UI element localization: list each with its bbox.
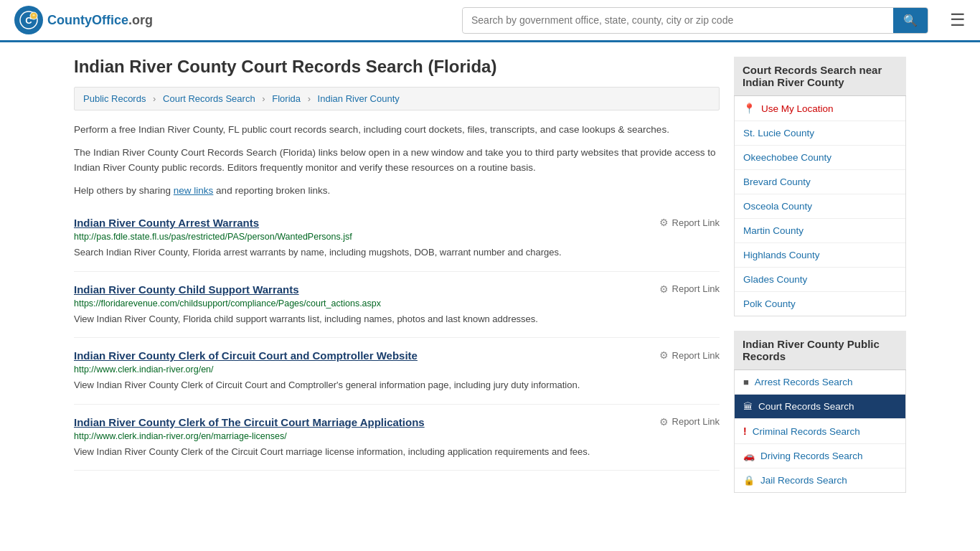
description-1: Perform a free Indian River County, FL p… (74, 122, 720, 138)
site-header: C CountyOffice.org 🔍 ☰ (0, 0, 980, 42)
result-item: Indian River County Clerk of Circuit Cou… (74, 338, 720, 405)
criminal-records-link[interactable]: ! Criminal Records Search (735, 419, 905, 443)
breadcrumb-court-records[interactable]: Court Records Search (163, 93, 255, 104)
breadcrumb-florida[interactable]: Florida (272, 93, 301, 104)
result-desc-2: View Indian River County, Florida child … (74, 312, 720, 326)
lock-icon: 🔒 (743, 475, 755, 486)
report-icon-2: ⚙ (659, 283, 669, 295)
search-bar: 🔍 (462, 7, 928, 34)
report-icon-3: ⚙ (659, 349, 669, 361)
logo-icon: C (14, 6, 43, 34)
arrest-icon: ■ (743, 377, 749, 387)
arrest-records-link[interactable]: ■ Arrest Records Search (735, 370, 905, 394)
county-link-highlands[interactable]: Highlands County (735, 243, 905, 267)
list-item[interactable]: Glades County (735, 268, 905, 292)
criminal-icon: ! (743, 425, 747, 437)
breadcrumb-indian-river[interactable]: Indian River County (318, 93, 400, 104)
county-link-osceola[interactable]: Osceola County (735, 194, 905, 218)
result-url-4: http://www.clerk.indian-river.org/en/mar… (74, 431, 720, 441)
driving-records-link[interactable]: 🚗 Driving Records Search (735, 444, 905, 468)
public-records-section: Indian River County Public Records ■ Arr… (734, 331, 906, 493)
result-title-4[interactable]: Indian River County Clerk of The Circuit… (74, 416, 425, 428)
content-area: Indian River County Court Records Search… (74, 57, 720, 507)
list-item[interactable]: Okeechobee County (735, 146, 905, 170)
nearby-section: Court Records Search near Indian River C… (734, 57, 906, 316)
public-records-list: ■ Arrest Records Search 🏛 Court Records … (734, 370, 906, 493)
site-logo[interactable]: C CountyOffice.org (14, 6, 153, 34)
list-item[interactable]: Polk County (735, 292, 905, 316)
county-link-st-lucie[interactable]: St. Lucie County (735, 121, 905, 145)
sidebar-item-jail[interactable]: 🔒 Jail Records Search (735, 468, 905, 492)
result-desc-4: View Indian River County Clerk of the Ci… (74, 445, 720, 459)
result-url-2: https://floridarevenue.com/childsupport/… (74, 298, 720, 309)
search-button[interactable]: 🔍 (893, 8, 928, 33)
county-link-brevard[interactable]: Brevard County (735, 170, 905, 194)
list-item[interactable]: Brevard County (735, 170, 905, 194)
result-item: Indian River County Child Support Warran… (74, 272, 720, 339)
result-item: Indian River County Arrest Warrants ⚙ Re… (74, 205, 720, 272)
use-location-item[interactable]: 📍 Use My Location (735, 96, 905, 121)
report-link-3[interactable]: ⚙ Report Link (659, 349, 720, 361)
car-icon: 🚗 (743, 451, 755, 461)
breadcrumb-sep-3: › (308, 93, 311, 104)
result-url-3: http://www.clerk.indian-river.org/en/ (74, 364, 720, 375)
report-link-1[interactable]: ⚙ Report Link (659, 217, 720, 228)
result-desc-3: View Indian River County Clerk of Circui… (74, 378, 720, 392)
county-link-polk[interactable]: Polk County (735, 292, 905, 316)
breadcrumb: Public Records › Court Records Search › … (74, 87, 720, 110)
court-records-link[interactable]: 🏛 Court Records Search (735, 395, 905, 418)
sidebar: Court Records Search near Indian River C… (734, 57, 906, 507)
county-link-martin[interactable]: Martin County (735, 219, 905, 242)
public-records-header: Indian River County Public Records (734, 331, 906, 370)
use-location-link[interactable]: 📍 Use My Location (735, 96, 905, 121)
report-icon-4: ⚙ (659, 416, 669, 428)
result-title-3[interactable]: Indian River County Clerk of Circuit Cou… (74, 349, 418, 362)
county-link-glades[interactable]: Glades County (735, 268, 905, 291)
list-item[interactable]: Osceola County (735, 194, 905, 219)
result-title-1[interactable]: Indian River County Arrest Warrants (74, 217, 259, 229)
search-input[interactable] (463, 9, 893, 32)
report-link-4[interactable]: ⚙ Report Link (659, 416, 720, 428)
new-links-link[interactable]: new links (174, 185, 214, 196)
list-item[interactable]: St. Lucie County (735, 121, 905, 146)
result-url-1: http://pas.fdle.state.fl.us/pas/restrict… (74, 232, 720, 242)
sidebar-item-criminal[interactable]: ! Criminal Records Search (735, 419, 905, 444)
sidebar-item-driving[interactable]: 🚗 Driving Records Search (735, 444, 905, 468)
jail-records-link[interactable]: 🔒 Jail Records Search (735, 468, 905, 492)
menu-icon[interactable]: ☰ (950, 10, 966, 30)
breadcrumb-sep-2: › (262, 93, 265, 104)
sidebar-item-arrest[interactable]: ■ Arrest Records Search (735, 370, 905, 395)
main-container: Indian River County Court Records Search… (60, 42, 920, 522)
nearby-header: Court Records Search near Indian River C… (734, 57, 906, 96)
report-icon-1: ⚙ (659, 217, 669, 228)
result-title-2[interactable]: Indian River County Child Support Warran… (74, 283, 299, 296)
court-icon: 🏛 (743, 401, 753, 412)
breadcrumb-public-records[interactable]: Public Records (83, 93, 146, 104)
list-item[interactable]: Martin County (735, 219, 905, 243)
page-title: Indian River County Court Records Search… (74, 57, 720, 77)
description-2: The Indian River County Court Records Se… (74, 145, 720, 176)
report-link-2[interactable]: ⚙ Report Link (659, 283, 720, 295)
list-item[interactable]: Highlands County (735, 243, 905, 268)
nearby-list: 📍 Use My Location St. Lucie County Okeec… (734, 96, 906, 316)
result-item: Indian River County Clerk of The Circuit… (74, 405, 720, 471)
county-link-okeechobee[interactable]: Okeechobee County (735, 146, 905, 169)
logo-text: CountyOffice.org (47, 13, 153, 28)
description-3: Help others by sharing new links and rep… (74, 183, 720, 199)
sidebar-item-court[interactable]: 🏛 Court Records Search (735, 395, 905, 419)
pin-icon: 📍 (743, 103, 755, 114)
breadcrumb-sep-1: › (153, 93, 156, 104)
result-desc-1: Search Indian River County, Florida arre… (74, 245, 720, 260)
